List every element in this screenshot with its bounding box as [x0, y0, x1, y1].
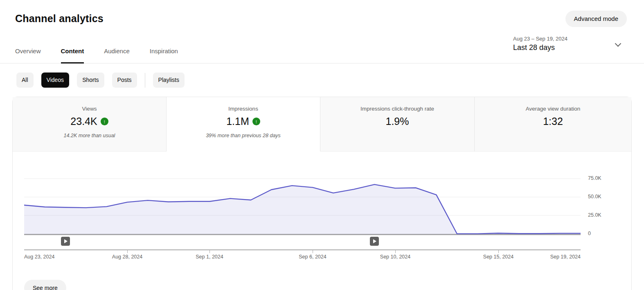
trend-up-icon: ↑ — [252, 118, 260, 125]
play-icon — [373, 239, 376, 243]
metric-label: Views — [13, 106, 166, 112]
chip-shorts[interactable]: Shorts — [77, 72, 104, 88]
x-axis-line — [24, 249, 581, 250]
see-more-button[interactable]: See more — [24, 280, 66, 290]
x-axis-label: Sep 10, 2024 — [367, 254, 424, 260]
metric-card-avg-view-duration[interactable]: Average view duration 1:32 — [475, 97, 631, 152]
y-axis-label: 25.0K — [588, 212, 601, 218]
play-icon — [64, 239, 68, 243]
tab-inspiration[interactable]: Inspiration — [150, 41, 178, 63]
channel-analytics-page: Channel analytics Advanced mode Aug 23 –… — [0, 0, 644, 290]
x-axis-tick — [498, 250, 499, 253]
impressions-chart[interactable] — [24, 160, 581, 236]
metric-subtext: 39% more than previous 28 days — [167, 133, 320, 138]
x-axis-tick — [313, 250, 313, 253]
advanced-mode-button[interactable]: Advanced mode — [565, 11, 627, 27]
y-axis-label: 0 — [588, 231, 591, 236]
content-type-filter: All Videos Shorts Posts Playlists — [16, 72, 185, 88]
metric-card-impressions[interactable]: Impressions 1.1M ↑ 39% more than previou… — [167, 97, 320, 152]
metric-label: Average view duration — [475, 106, 631, 112]
date-range-text: Aug 23 – Sep 19, 2024 — [513, 36, 626, 42]
chip-divider — [145, 73, 145, 88]
tab-content[interactable]: Content — [61, 41, 84, 63]
metric-label: Impressions click-through rate — [320, 106, 474, 112]
video-marker[interactable] — [61, 237, 70, 246]
trend-up-icon: ↑ — [101, 118, 108, 125]
tab-audience[interactable]: Audience — [104, 41, 130, 63]
x-axis-label: Sep 6, 2024 — [284, 254, 341, 260]
x-axis-tick — [127, 250, 128, 253]
chip-videos[interactable]: Videos — [41, 72, 70, 88]
metric-value: 23.4K ↑ — [13, 116, 166, 127]
chip-playlists[interactable]: Playlists — [153, 72, 185, 88]
y-axis-label: 50.0K — [588, 194, 601, 199]
video-marker[interactable] — [370, 237, 379, 246]
metric-card-views[interactable]: Views 23.4K ↑ 14.2K more than usual — [13, 97, 167, 152]
metric-value: 1.1M ↑ — [167, 116, 320, 127]
x-axis-tick — [395, 250, 396, 253]
x-axis-tick — [209, 250, 210, 253]
y-axis-label: 75.0K — [588, 175, 601, 181]
x-axis-label: Aug 28, 2024 — [99, 254, 156, 260]
x-axis-label: Sep 1, 2024 — [181, 254, 238, 260]
metric-strip: Views 23.4K ↑ 14.2K more than usual Impr… — [13, 97, 631, 152]
x-axis-label: Sep 15, 2024 — [470, 254, 527, 260]
chip-all[interactable]: All — [16, 72, 34, 88]
analytics-tabs: Overview Content Audience Inspiration — [0, 41, 644, 63]
page-title: Channel analytics — [15, 13, 104, 25]
chip-posts[interactable]: Posts — [112, 72, 137, 88]
metric-label: Impressions — [167, 106, 320, 112]
x-axis-label: Sep 19, 2024 — [523, 254, 581, 260]
metric-value: 1.9% — [320, 116, 474, 127]
tab-overview[interactable]: Overview — [15, 41, 41, 63]
metric-subtext: 14.2K more than usual — [13, 133, 166, 138]
x-axis-label: Aug 23, 2024 — [24, 254, 54, 260]
metric-card-ctr[interactable]: Impressions click-through rate 1.9% — [320, 97, 475, 152]
metric-value: 1:32 — [475, 116, 631, 127]
